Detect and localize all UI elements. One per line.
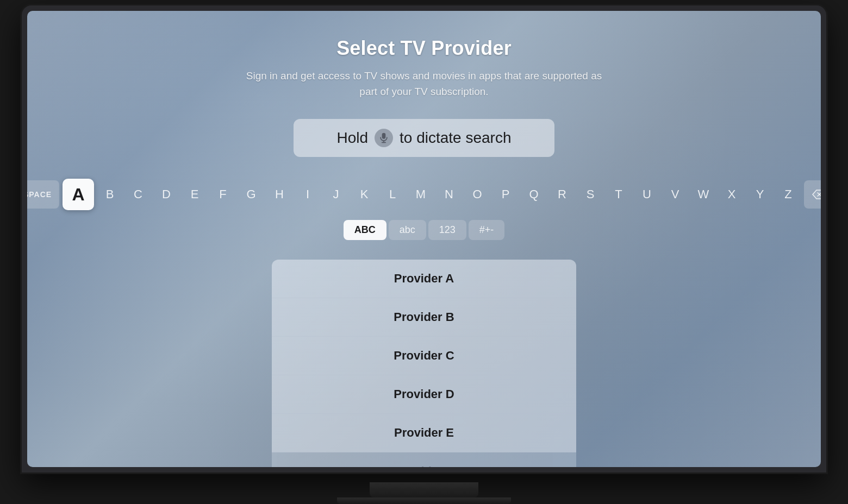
mode-123[interactable]: 123 [428,220,466,240]
provider-item-e[interactable]: Provider E [272,414,576,452]
key-p[interactable]: P [493,180,518,209]
key-w[interactable]: W [691,180,716,209]
backspace-key[interactable] [804,180,821,209]
key-i[interactable]: I [295,180,320,209]
key-t[interactable]: T [606,180,631,209]
key-v[interactable]: V [663,180,688,209]
key-a[interactable]: A [63,179,94,210]
page-subtitle: Sign in and get access to TV shows and m… [239,68,609,99]
key-e[interactable]: E [182,180,207,209]
keyboard-modes: ABC abc 123 #+- [344,220,505,240]
provider-item-b[interactable]: Provider B [272,298,576,337]
provider-name-c: Provider C [394,349,454,362]
mode-abc-upper[interactable]: ABC [344,220,386,240]
key-k[interactable]: K [352,180,377,209]
key-h[interactable]: H [267,180,292,209]
providers-list: Provider A Provider B Provider C Provide… [272,260,576,467]
key-b[interactable]: B [97,180,122,209]
keyboard-row: SPACE A B C D E F G H I J K L M N O P Q … [27,179,821,210]
key-s[interactable]: S [578,180,603,209]
tv-screen: Select TV Provider Sign in and get acces… [27,11,821,467]
dictate-text-before: Hold [336,129,368,147]
key-j[interactable]: J [323,180,348,209]
key-f[interactable]: F [210,180,235,209]
svg-rect-0 [382,133,386,139]
key-d[interactable]: D [154,180,179,209]
provider-item-c[interactable]: Provider C [272,337,576,375]
page-title: Select TV Provider [336,37,512,60]
provider-name-a: Provider A [394,272,454,285]
space-key[interactable]: SPACE [27,180,59,209]
provider-name-f: Provider F [395,464,454,467]
key-y[interactable]: Y [747,180,772,209]
key-z[interactable]: Z [776,180,801,209]
key-q[interactable]: Q [521,180,546,209]
key-n[interactable]: N [437,180,462,209]
key-o[interactable]: O [465,180,490,209]
mic-icon [375,129,393,147]
key-m[interactable]: M [408,180,433,209]
key-l[interactable]: L [380,180,405,209]
provider-item-d[interactable]: Provider D [272,375,576,414]
key-c[interactable]: C [126,180,151,209]
provider-name-b: Provider B [394,310,454,324]
mode-abc-lower[interactable]: abc [389,220,426,240]
tv-base [337,497,511,504]
mode-symbols[interactable]: #+- [469,220,505,240]
provider-name-d: Provider D [394,387,454,401]
key-x[interactable]: X [719,180,744,209]
provider-name-e: Provider E [394,426,454,439]
tv-stand [370,482,478,497]
key-g[interactable]: G [239,180,264,209]
tv-frame: Select TV Provider Sign in and get acces… [22,5,826,472]
key-u[interactable]: U [634,180,659,209]
dictate-bar[interactable]: Hold to dictate search [294,119,554,157]
provider-item-f[interactable]: Provider F [272,452,576,467]
key-r[interactable]: R [550,180,575,209]
dictate-text-after: to dictate search [400,129,511,147]
provider-item-a[interactable]: Provider A [272,260,576,298]
